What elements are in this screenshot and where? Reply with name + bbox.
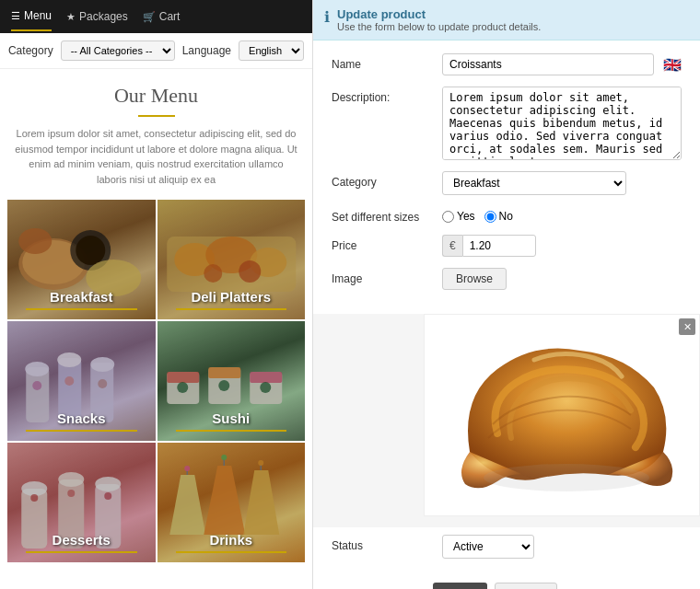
language-filter-label: Language xyxy=(182,44,231,57)
svg-point-33 xyxy=(21,481,47,496)
svg-point-15 xyxy=(25,362,49,376)
svg-point-10 xyxy=(204,264,222,283)
cart-icon: 🛒 xyxy=(143,11,156,23)
category-desserts[interactable]: Desserts xyxy=(7,443,156,562)
menu-icon: ☰ xyxy=(11,10,20,22)
description-input[interactable]: Lorem ipsum dolor sit amet, consectetur … xyxy=(442,87,682,160)
svg-point-34 xyxy=(58,472,84,487)
nav-cart[interactable]: 🛒 Cart xyxy=(143,3,181,30)
menu-title: Our Menu xyxy=(0,69,312,111)
description-row: Description: Lorem ipsum dolor sit amet,… xyxy=(332,87,682,160)
svg-rect-22 xyxy=(167,372,199,383)
sizes-no-option[interactable]: No xyxy=(484,210,513,223)
sizes-yes-option[interactable]: Yes xyxy=(442,210,475,223)
category-sushi[interactable]: Sushi xyxy=(158,321,306,441)
menu-title-decoration xyxy=(138,115,175,117)
nav-menu[interactable]: ☰ Menu xyxy=(11,2,52,31)
sizes-row: Set different sizes Yes No xyxy=(332,206,682,224)
sushi-label: Sushi xyxy=(176,410,287,432)
sizes-yes-radio[interactable] xyxy=(442,211,454,223)
category-filter-label: Category xyxy=(8,44,53,57)
svg-point-45 xyxy=(184,466,190,471)
svg-point-18 xyxy=(32,381,41,390)
svg-marker-40 xyxy=(204,466,245,535)
category-snacks[interactable]: Snacks xyxy=(7,321,156,441)
status-label: Status xyxy=(332,535,433,552)
category-grid: Breakfast Deli Platters xyxy=(0,200,312,570)
category-row: Category Breakfast Deli Platters Snacks … xyxy=(332,171,682,195)
filter-bar: Category -- All Categories -- Language E… xyxy=(0,33,312,69)
svg-point-28 xyxy=(218,380,229,391)
svg-point-19 xyxy=(64,376,74,386)
star-icon: ★ xyxy=(66,11,76,23)
image-label: Image xyxy=(332,268,433,285)
form-buttons: Save Cancel xyxy=(313,573,700,589)
snacks-label: Snacks xyxy=(26,410,137,432)
svg-point-20 xyxy=(98,379,107,388)
category-filter-select[interactable]: -- All Categories -- xyxy=(61,40,175,61)
cancel-button[interactable]: Cancel xyxy=(495,583,556,589)
svg-point-36 xyxy=(30,494,38,502)
svg-point-27 xyxy=(177,382,188,393)
sizes-no-radio[interactable] xyxy=(484,211,496,223)
sizes-radio-group: Yes No xyxy=(442,206,513,223)
price-label: Price xyxy=(332,235,433,252)
flag-icon: 🇬🇧 xyxy=(663,56,682,74)
name-row: Name 🇬🇧 xyxy=(332,53,682,75)
info-subtitle: Use the form below to update product det… xyxy=(337,21,541,32)
info-bar: ℹ Update product Use the form below to u… xyxy=(313,0,700,40)
name-input[interactable] xyxy=(442,53,654,75)
browse-button[interactable]: Browse xyxy=(442,268,507,290)
price-group: € xyxy=(442,235,682,257)
right-panel: ℹ Update product Use the form below to u… xyxy=(313,0,700,589)
svg-point-48 xyxy=(484,464,649,491)
name-field-wrapper: 🇬🇧 xyxy=(442,53,682,75)
svg-point-37 xyxy=(67,490,75,497)
svg-rect-24 xyxy=(208,367,240,378)
svg-point-16 xyxy=(57,352,81,367)
category-drinks[interactable]: Drinks xyxy=(158,443,306,562)
close-image-button[interactable]: ✕ xyxy=(679,318,695,335)
category-breakfast[interactable]: Breakfast xyxy=(7,200,156,319)
save-button[interactable]: Save xyxy=(433,583,487,589)
category-deli[interactable]: Deli Platters xyxy=(158,200,306,319)
product-form: Name 🇬🇧 Description: Lorem ipsum dolor s… xyxy=(313,40,700,314)
price-input[interactable] xyxy=(462,235,536,257)
price-row: Price € xyxy=(332,235,682,257)
language-filter-select[interactable]: English xyxy=(239,40,304,61)
left-panel: ☰ Menu ★ Packages 🛒 Cart Category -- All… xyxy=(0,0,313,589)
drinks-label: Drinks xyxy=(176,532,287,553)
svg-point-47 xyxy=(258,460,263,466)
svg-point-5 xyxy=(18,228,52,254)
nav-packages[interactable]: ★ Packages xyxy=(66,3,128,30)
info-text: Update product Use the form below to upd… xyxy=(337,7,541,32)
deli-label: Deli Platters xyxy=(176,289,287,310)
menu-description: Lorem ipsum dolor sit amet, consectetur … xyxy=(0,126,312,200)
svg-marker-41 xyxy=(243,470,279,535)
svg-point-3 xyxy=(76,236,105,265)
svg-marker-39 xyxy=(169,475,205,535)
svg-point-29 xyxy=(260,382,271,393)
name-label: Name xyxy=(332,53,433,71)
svg-point-35 xyxy=(95,477,121,491)
svg-point-46 xyxy=(221,455,227,460)
svg-point-11 xyxy=(239,260,261,283)
status-form-area: Status Active Inactive xyxy=(313,527,700,573)
info-title: Update product xyxy=(337,7,541,21)
sizes-label: Set different sizes xyxy=(332,206,433,224)
image-row: Image Browse xyxy=(332,268,682,290)
svg-rect-26 xyxy=(250,372,282,383)
info-icon: ℹ xyxy=(324,8,330,26)
category-select[interactable]: Breakfast Deli Platters Snacks Sushi Des… xyxy=(442,171,626,195)
product-image xyxy=(442,323,682,507)
svg-point-38 xyxy=(104,492,111,500)
desserts-label: Desserts xyxy=(26,532,137,553)
category-label: Category xyxy=(332,171,433,189)
svg-point-17 xyxy=(90,357,114,372)
status-row: Status Active Inactive xyxy=(332,535,682,559)
breakfast-label: Breakfast xyxy=(26,289,137,310)
status-select[interactable]: Active Inactive xyxy=(442,535,534,559)
product-image-container: ✕ xyxy=(424,314,700,516)
description-label: Description: xyxy=(332,87,433,104)
price-currency: € xyxy=(442,235,462,257)
